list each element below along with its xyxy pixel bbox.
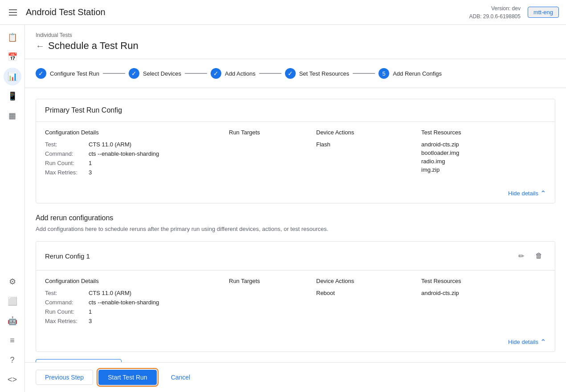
step-4-label: Set Test Resources (299, 70, 349, 77)
primary-config-test-row: Test: CTS 11.0 (ARM) (45, 141, 222, 148)
help-icon: ? (10, 356, 14, 365)
primary-device-actions-value: Flash (316, 141, 414, 148)
connector-3 (259, 73, 281, 74)
code-icon: <> (8, 375, 17, 384)
rerun-config-test-row: Test: CTS 11.0 (ARM) (45, 290, 222, 296)
bottom-bar: Previous Step Start Test Run Cancel (25, 362, 566, 392)
sidebar-item-tasks[interactable]: 📋 (4, 28, 21, 46)
connector-2 (185, 73, 207, 74)
window-icon: ⬜ (8, 296, 17, 306)
connector-4 (353, 73, 375, 74)
rerun-config-maxretries-row: Max Retries: 3 (45, 318, 222, 324)
sidebar-item-calendar[interactable]: 📅 (4, 48, 21, 66)
primary-device-actions-header: Device Actions (316, 129, 414, 136)
step-3-label: Add Actions (225, 70, 256, 77)
main-layout: 📋 📅 📊 📱 ▦ ⚙ ⬜ 🤖 ≡ ? <> Individual Tests … (0, 25, 566, 392)
content-area: Individual Tests ← Schedule a Test Run ✓… (25, 25, 566, 392)
rerun-config-details-header: Configuration Details (45, 278, 222, 284)
primary-test-resources-header: Test Resources (421, 129, 546, 136)
primary-run-targets-col: Run Targets (229, 129, 309, 178)
primary-config-card: Primary Test Run Config Configuration De… (36, 99, 555, 203)
step-1: ✓ Configure Test Run (36, 68, 99, 79)
menu-icon[interactable] (7, 8, 19, 17)
sidebar-item-grid[interactable]: ▦ (4, 107, 21, 125)
rerun-run-targets-col: Run Targets (229, 278, 309, 327)
primary-config-details-header: Configuration Details (45, 129, 222, 136)
rerun-chevron-up-icon: ⌃ (540, 338, 546, 346)
rerun-test-resources-header: Test Resources (421, 278, 546, 284)
rerun-config-1-card: Rerun Config 1 ✏ 🗑 Configuration Details (36, 241, 555, 352)
top-header: Android Test Station Version: dev ADB: 2… (0, 0, 566, 25)
rerun-section-title: Add rerun configurations (36, 214, 555, 222)
rerun-config-1-columns: Configuration Details Test: CTS 11.0 (AR… (45, 278, 546, 327)
android-icon: 🤖 (8, 316, 17, 326)
sidebar-item-help[interactable]: ? (4, 351, 21, 369)
calendar-icon: 📅 (8, 52, 17, 62)
primary-config-table: Configuration Details Test: CTS 11.0 (AR… (36, 122, 555, 186)
tasks-icon: 📋 (8, 32, 17, 42)
step-5-circle: 5 (379, 68, 389, 79)
header-right: Version: dev ADB: 29.0.6-6198805 mtt-eng (469, 4, 559, 20)
sidebar: 📋 📅 📊 📱 ▦ ⚙ ⬜ 🤖 ≡ ? <> (0, 25, 25, 392)
devices-icon: 📱 (8, 91, 17, 101)
primary-config-details-col: Configuration Details Test: CTS 11.0 (AR… (45, 129, 222, 178)
resource-2: bootloader.img (421, 150, 546, 156)
env-badge-button[interactable]: mtt-eng (528, 7, 559, 18)
step-1-circle: ✓ (36, 68, 46, 79)
version-info: Version: dev ADB: 29.0.6-6198805 (469, 4, 521, 20)
resource-3: radio.img (421, 158, 546, 165)
previous-step-button[interactable]: Previous Step (36, 370, 93, 385)
add-config-button[interactable]: + Add test run configuration (36, 359, 122, 362)
sidebar-item-list[interactable]: ≡ (4, 331, 21, 349)
rerun-hide-details-button[interactable]: Hide details ⌃ (36, 334, 555, 352)
step-2-check: ✓ (131, 70, 137, 77)
step-4-circle: ✓ (285, 68, 296, 79)
rerun-card-actions: ✏ 🗑 (514, 249, 546, 263)
primary-hide-details-button[interactable]: Hide details ⌃ (36, 186, 555, 203)
sidebar-item-settings[interactable]: ⚙ (4, 273, 21, 291)
back-button[interactable]: ← (36, 41, 45, 51)
breadcrumb: Individual Tests (36, 32, 555, 38)
sidebar-item-code[interactable]: <> (4, 371, 21, 388)
rerun-test-resources-col: Test Resources android-cts.zip (421, 278, 546, 327)
step-2-circle: ✓ (129, 68, 139, 79)
step-4-check: ✓ (288, 70, 293, 77)
step-1-label: Configure Test Run (50, 70, 99, 77)
sidebar-item-android[interactable]: 🤖 (4, 312, 21, 330)
analytics-icon: 📊 (8, 72, 17, 81)
step-1-check: ✓ (38, 70, 44, 77)
page-title-row: ← Schedule a Test Run (36, 40, 555, 59)
rerun-config-1-header: Rerun Config 1 ✏ 🗑 (36, 242, 555, 271)
grid-icon: ▦ (8, 111, 16, 121)
rerun-config-details-col: Configuration Details Test: CTS 11.0 (AR… (45, 278, 222, 327)
rerun-config-command-row: Command: cts --enable-token-sharding (45, 299, 222, 306)
step-5-label: Add Rerun Configs (393, 70, 442, 77)
rerun-config-1-table: Configuration Details Test: CTS 11.0 (AR… (36, 271, 555, 334)
rerun-test-resources-values: android-cts.zip (421, 290, 546, 296)
primary-config-header: Primary Test Run Config (36, 99, 555, 122)
primary-config-columns: Configuration Details Test: CTS 11.0 (AR… (45, 129, 546, 178)
sidebar-item-analytics[interactable]: 📊 (4, 68, 21, 85)
scroll-content: Primary Test Run Config Configuration De… (25, 88, 566, 362)
chevron-up-icon: ⌃ (540, 189, 546, 198)
primary-test-resources-values: android-cts.zip bootloader.img radio.img… (421, 141, 546, 173)
sidebar-item-window[interactable]: ⬜ (4, 292, 21, 310)
rerun-device-actions-col: Device Actions Reboot (316, 278, 414, 327)
cancel-button[interactable]: Cancel (162, 370, 200, 384)
edit-rerun-button[interactable]: ✏ (514, 249, 528, 263)
step-4: ✓ Set Test Resources (285, 68, 349, 79)
step-2-label: Select Devices (143, 70, 181, 77)
rerun-config-runcount-row: Run Count: 1 (45, 308, 222, 315)
step-5-number: 5 (383, 70, 386, 77)
delete-rerun-button[interactable]: 🗑 (532, 249, 546, 263)
primary-config-runcount-row: Run Count: 1 (45, 160, 222, 166)
start-test-run-button[interactable]: Start Test Run (98, 370, 156, 385)
sidebar-item-devices[interactable]: 📱 (4, 87, 21, 105)
step-3-circle: ✓ (211, 68, 221, 79)
rerun-section-desc: Add configurations here to schedule reru… (36, 226, 555, 232)
page-header: Individual Tests ← Schedule a Test Run (25, 25, 566, 59)
rerun-device-actions-header: Device Actions (316, 278, 414, 284)
primary-config-title: Primary Test Run Config (45, 106, 122, 114)
rerun-section: Add rerun configurations Add configurati… (36, 214, 555, 362)
header-left: Android Test Station (7, 7, 106, 17)
